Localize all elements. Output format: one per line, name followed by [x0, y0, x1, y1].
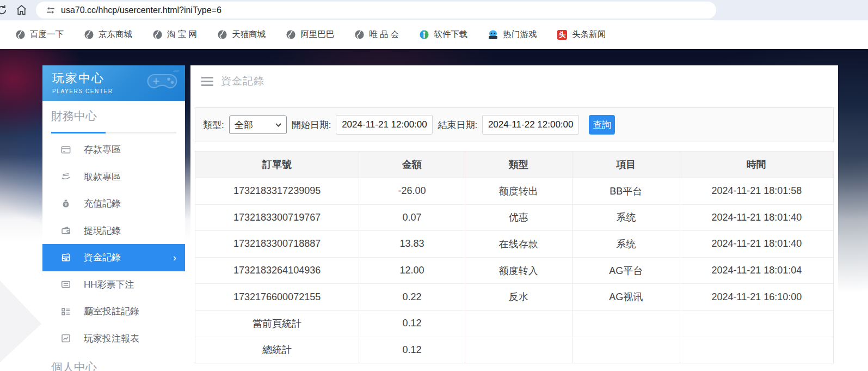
sidebar: 玩家中心 PLAYERS CENTER 財務中心 存款專區 取款專區: [42, 65, 185, 371]
table-header-cell: 時間: [680, 151, 833, 178]
bookmark-item[interactable]: 头 头条新闻: [547, 20, 616, 49]
cell-order-no: 1732183300719767: [195, 205, 359, 231]
table-row: 1732183264104936 12.00 额度转入 AG平台 2024-11…: [195, 257, 833, 284]
url-text: usa70.cc/hhcp/usercenter.html?iniType=6: [61, 5, 221, 15]
bookmark-item[interactable]: 阿里巴巴: [276, 20, 344, 49]
globe-icon: [16, 30, 25, 39]
content-header: 資金記錄: [190, 65, 838, 97]
cell-order-no: 1732176600072155: [195, 284, 359, 310]
globe-icon: [355, 30, 364, 39]
software-download-icon: [420, 30, 429, 39]
chevron-right-icon: ›: [173, 252, 176, 263]
sidebar-menu-item[interactable]: 玩家投注報表: [42, 325, 185, 352]
bookmark-item[interactable]: 软件下载: [409, 20, 478, 49]
menu-item-label: 充值記錄: [84, 197, 176, 210]
type-select-value: 全部: [235, 119, 253, 131]
type-label: 類型:: [203, 119, 224, 131]
menu-item-label: 提現記錄: [84, 224, 176, 237]
menu-item-label: 廳室投註記錄: [84, 305, 176, 318]
menu-toggle-icon[interactable]: [201, 77, 213, 86]
globe-icon: [286, 30, 296, 39]
bookmark-label: 阿里巴巴: [300, 29, 334, 40]
recharge-bag-icon: ¥: [61, 199, 73, 209]
hall-list-icon: [61, 307, 73, 317]
cell-project: [572, 311, 680, 337]
funds-notes-icon: [61, 253, 73, 263]
cell-time: 2024-11-21 18:01:40: [680, 205, 833, 231]
cell-project: 系统: [572, 205, 680, 231]
globe-icon: [153, 30, 162, 39]
bookmark-item[interactable]: 百度一下: [5, 20, 74, 49]
table-row: 總統計 0.12: [195, 337, 833, 363]
cell-type: 额度转出: [465, 178, 572, 204]
start-date-input[interactable]: [336, 115, 433, 135]
table-row: 1732183300719767 0.07 优惠 系统 2024-11-21 1…: [195, 204, 833, 231]
deposit-card-icon: [61, 145, 73, 155]
sidebar-menu-item[interactable]: ¥ 充值記錄: [42, 190, 185, 217]
menu-item-label: 玩家投注報表: [84, 332, 176, 345]
site-settings-icon[interactable]: [46, 5, 56, 15]
cell-type: 在线存款: [465, 231, 572, 257]
cell-time: 2024-11-21 18:01:58: [680, 178, 833, 204]
funds-record-table: 訂單號 金額 類型 項目 時間 1732183317239095 -26.00 …: [195, 151, 834, 363]
bookmark-label: 天猫商城: [232, 29, 266, 40]
start-date-label: 開始日期:: [292, 119, 331, 131]
bookmark-item[interactable]: 热门游戏: [478, 20, 547, 49]
cell-project: BB平台: [572, 178, 680, 204]
globe-icon: [218, 30, 227, 39]
table-header-cell: 訂單號: [195, 151, 359, 178]
bookmark-item[interactable]: 唯 品 会: [344, 20, 409, 49]
reload-icon[interactable]: [0, 4, 8, 16]
sidebar-menu-item[interactable]: 廳室投註記錄: [42, 298, 185, 325]
sidebar-header: 玩家中心 PLAYERS CENTER: [42, 65, 185, 101]
section-divider: [51, 132, 176, 133]
bookmark-label: 头条新闻: [572, 29, 606, 40]
cell-project: 系统: [572, 231, 680, 257]
cell-type: 额度转入: [465, 258, 572, 284]
menu-item-label: 存款專區: [84, 143, 176, 156]
cell-type: [465, 311, 572, 337]
table-header-cell: 金額: [359, 151, 465, 178]
bookmark-label: 热门游戏: [503, 29, 537, 40]
bookmark-item[interactable]: 淘 宝 网: [143, 20, 207, 49]
cell-time: [680, 311, 833, 337]
bookmarks-bar: 百度一下 京东商城 淘 宝 网 天猫商城 阿里巴巴 唯 品 会 软件下载: [0, 20, 868, 49]
cell-order-no: 1732183264104936: [195, 258, 359, 284]
type-select[interactable]: 全部: [229, 115, 287, 134]
bookmark-item[interactable]: 天猫商城: [207, 20, 276, 49]
bookmark-item[interactable]: 京东商城: [74, 20, 143, 49]
cell-amount: 0.12: [359, 337, 465, 363]
address-bar[interactable]: usa70.cc/hhcp/usercenter.html?iniType=6: [36, 2, 716, 19]
cell-type: 反水: [465, 284, 572, 310]
cell-amount: 12.00: [359, 258, 465, 284]
menu-item-label: HH彩票下注: [84, 278, 176, 291]
end-date-label: 結束日期:: [438, 119, 477, 131]
cell-amount: 0.12: [359, 311, 465, 337]
cell-type: 优惠: [465, 205, 572, 231]
withdraw-hand-icon: [61, 172, 73, 181]
sidebar-menu-item[interactable]: 取款專區: [42, 163, 185, 191]
globe-icon: [84, 30, 94, 39]
end-date-input[interactable]: [482, 115, 579, 135]
finance-section-title: 財務中心: [51, 108, 176, 124]
browser-toolbar: usa70.cc/hhcp/usercenter.html?iniType=6: [0, 0, 868, 20]
chevron-down-icon: [275, 123, 281, 127]
cell-time: 2024-11-21 18:01:40: [680, 231, 833, 257]
table-row: 1732176600072155 0.22 反水 AG视讯 2024-11-21…: [195, 283, 833, 310]
table-row: 1732183300718887 13.83 在线存款 系统 2024-11-2…: [195, 230, 833, 257]
table-header-row: 訂單號 金額 類型 項目 時間: [195, 151, 833, 178]
home-icon[interactable]: [15, 4, 28, 16]
sidebar-menu-item[interactable]: HH彩票下注: [42, 271, 185, 299]
bookmark-label: 唯 品 会: [369, 29, 399, 40]
search-button[interactable]: 查詢: [589, 115, 615, 135]
cell-order-no: 總統計: [195, 337, 359, 363]
cell-order-no: 1732183317239095: [195, 178, 359, 204]
report-chart-icon: [61, 333, 73, 343]
cell-time: 2024-11-21 18:01:04: [680, 258, 833, 284]
sidebar-menu-item[interactable]: 存款專區: [42, 136, 185, 163]
filter-bar: 類型: 全部 開始日期: 結束日期: 查詢: [195, 107, 834, 142]
sidebar-menu-item[interactable]: 資金記錄 ›: [42, 244, 185, 271]
sidebar-menu-item[interactable]: 提現記錄: [42, 217, 185, 245]
cell-order-no: 1732183300718887: [195, 231, 359, 257]
withdraw-wallet-icon: [61, 226, 73, 235]
